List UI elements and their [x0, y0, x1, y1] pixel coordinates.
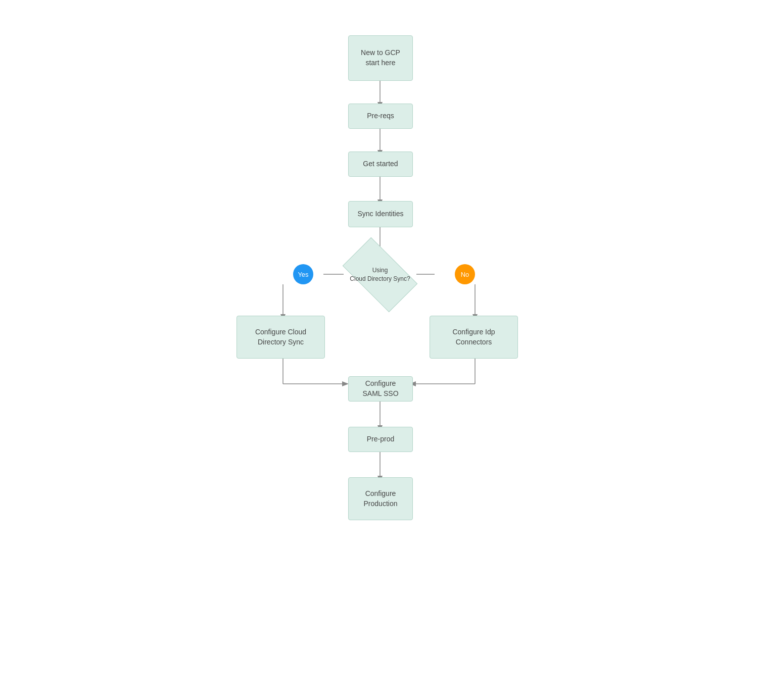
- no-circle: No: [455, 264, 475, 284]
- yes-circle: Yes: [293, 264, 313, 284]
- node-prereqs: Pre-reqs: [348, 104, 413, 129]
- node-new-to-gcp: New to GCP start here: [348, 35, 413, 81]
- node-sync-identities: Sync Identities: [348, 201, 413, 227]
- node-configure-cloud-dir: Configure Cloud Directory Sync: [236, 316, 325, 359]
- diamond-container: UsingCloud Directory Sync?: [347, 249, 413, 300]
- flowchart: New to GCP start here Pre-reqs Get start…: [0, 0, 758, 700]
- node-get-started: Get started: [348, 152, 413, 177]
- node-configure-production: Configure Production: [348, 477, 413, 520]
- node-configure-idp: Configure Idp Connectors: [430, 316, 518, 359]
- node-configure-saml: Configure SAML SSO: [348, 376, 413, 402]
- node-pre-prod: Pre-prod: [348, 427, 413, 452]
